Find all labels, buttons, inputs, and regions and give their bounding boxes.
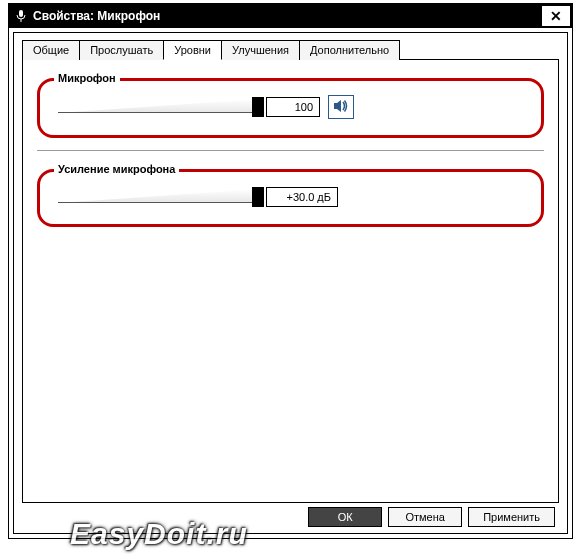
tab-label: Общие	[33, 44, 69, 56]
tab-label: Улучшения	[232, 44, 289, 56]
close-icon: ✕	[550, 8, 562, 24]
separator	[37, 150, 544, 151]
tab-levels[interactable]: Уровни	[163, 40, 222, 60]
microphone-level-slider[interactable]	[58, 96, 258, 118]
properties-window: Свойства: Микрофон ✕ Общие Прослушать Ур…	[8, 3, 573, 539]
dialog-button-row: ОК Отмена Применить	[22, 503, 559, 529]
svg-marker-2	[334, 100, 341, 112]
tab-strip: Общие Прослушать Уровни Улучшения Дополн…	[22, 39, 559, 59]
slider-thumb[interactable]	[252, 187, 264, 207]
group-legend: Усиление микрофона	[54, 163, 179, 175]
apply-button[interactable]: Применить	[468, 507, 555, 527]
tab-label: Прослушать	[90, 44, 153, 56]
microphone-level-value[interactable]: 100	[266, 97, 320, 117]
button-label: ОК	[338, 511, 353, 523]
group-row: 100	[52, 95, 529, 119]
microphone-boost-value[interactable]: +30.0 дБ	[266, 187, 338, 207]
tab-panel-levels: Микрофон 100	[22, 59, 559, 503]
button-label: Отмена	[405, 511, 444, 523]
microphone-boost-group: Усиление микрофона +30.0 дБ	[37, 169, 544, 227]
tab-label: Уровни	[174, 44, 211, 56]
tab-advanced[interactable]: Дополнительно	[299, 40, 400, 60]
group-legend: Микрофон	[54, 72, 120, 84]
button-label: Применить	[483, 511, 540, 523]
tab-listen[interactable]: Прослушать	[79, 40, 164, 60]
titlebar[interactable]: Свойства: Микрофон ✕	[9, 4, 572, 28]
tab-label: Дополнительно	[310, 44, 389, 56]
svg-rect-0	[19, 10, 23, 17]
group-row: +30.0 дБ	[52, 186, 529, 208]
mute-button[interactable]	[328, 95, 354, 119]
close-button[interactable]: ✕	[542, 6, 570, 26]
slider-thumb[interactable]	[252, 97, 264, 117]
speaker-icon	[333, 99, 349, 116]
microphone-level-group: Микрофон 100	[37, 78, 544, 138]
ok-button[interactable]: ОК	[308, 507, 382, 527]
tab-enhancements[interactable]: Улучшения	[221, 40, 300, 60]
window-body: Общие Прослушать Уровни Улучшения Дополн…	[13, 32, 568, 534]
cancel-button[interactable]: Отмена	[388, 507, 462, 527]
window-title: Свойства: Микрофон	[33, 9, 542, 23]
microphone-icon	[15, 10, 27, 22]
microphone-boost-slider[interactable]	[58, 186, 258, 208]
tab-general[interactable]: Общие	[22, 40, 80, 60]
